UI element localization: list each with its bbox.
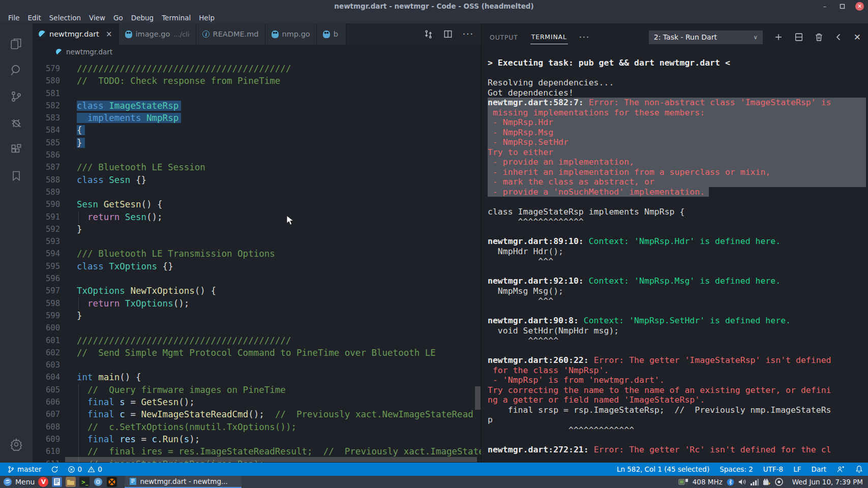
code-line-583[interactable]: 583 implements NmpRsp bbox=[33, 112, 481, 124]
code-line-587[interactable]: 587/// Bluetooth LE Session bbox=[33, 161, 481, 173]
menu-go[interactable]: Go bbox=[109, 13, 127, 23]
code-line-608[interactable]: 608 // c.SetTxOptions(nmutil.TxOptions()… bbox=[33, 421, 481, 433]
tab-terminal[interactable]: TERMINAL bbox=[530, 30, 568, 44]
code-line-599[interactable]: 599} bbox=[33, 310, 481, 322]
chromium-icon[interactable] bbox=[93, 477, 103, 487]
cpu-frequency[interactable]: 408 MHz bbox=[693, 478, 723, 486]
code-line-607[interactable]: 607 final c = NewImageStateReadCmd(); //… bbox=[33, 408, 481, 420]
editor-tab-image.go[interactable]: image.go .../cli bbox=[119, 23, 196, 45]
code-line-586[interactable]: 586 bbox=[33, 149, 481, 161]
breadcrumb[interactable]: newtmgr.dart bbox=[33, 45, 481, 59]
new-terminal-icon[interactable] bbox=[774, 33, 783, 42]
taskbar-window-button[interactable]: newtmgr.dart - newtmg... bbox=[125, 476, 242, 488]
menu-view[interactable]: View bbox=[85, 13, 109, 23]
code-line-594[interactable]: 594/// Bluetooth LE Transmission Options bbox=[33, 248, 481, 260]
code-line-605[interactable]: 605 // Query firmware images on PineTime bbox=[33, 384, 481, 396]
horizontal-scrollbar[interactable] bbox=[65, 457, 477, 462]
terminal-output[interactable]: > Executing task: pub get && dart newtmg… bbox=[482, 51, 868, 463]
code-line-584[interactable]: 584{ bbox=[33, 124, 481, 136]
menu-debug[interactable]: Debug bbox=[127, 13, 158, 23]
debug-icon[interactable] bbox=[4, 110, 28, 136]
editor-tab-newtmgr.dart[interactable]: newtmgr.dart× bbox=[33, 23, 119, 45]
code-line-581[interactable]: 581 bbox=[33, 87, 481, 100]
battery-plug-icon[interactable] bbox=[763, 478, 771, 486]
eol-setting[interactable]: LF bbox=[793, 465, 801, 473]
code-line-582[interactable]: 582class ImageStateRsp bbox=[33, 100, 481, 112]
feedback-icon[interactable] bbox=[836, 466, 845, 473]
kill-terminal-icon[interactable] bbox=[815, 33, 823, 42]
code-line-592[interactable]: 592} bbox=[33, 223, 481, 235]
tab-output[interactable]: OUTPUT bbox=[489, 30, 519, 44]
clock[interactable]: Wed Jun 10, 7:39 PM bbox=[792, 478, 863, 486]
code-line-590[interactable]: 590Sesn GetSesn() { bbox=[33, 198, 481, 210]
more-actions-icon[interactable]: ··· bbox=[463, 29, 474, 39]
close-button[interactable]: ✕ bbox=[855, 2, 864, 11]
settings-gear-icon[interactable] bbox=[4, 431, 28, 458]
games-app-icon[interactable] bbox=[107, 477, 117, 487]
editor-tab-README.md[interactable]: README.md bbox=[196, 23, 265, 45]
line-content bbox=[60, 235, 481, 248]
bookmarks-icon[interactable] bbox=[4, 163, 28, 189]
code-line-604[interactable]: 604int main() { bbox=[33, 371, 481, 383]
problems-button[interactable]: 0 0 bbox=[68, 465, 102, 473]
cpu-frequency-icon[interactable] bbox=[678, 478, 689, 485]
terminal-emulator-icon[interactable]: >_ bbox=[79, 477, 89, 487]
code-editor[interactable]: 579/////////////////////////////////////… bbox=[33, 59, 481, 463]
editor-tab-nmp.go[interactable]: nmp.go bbox=[265, 23, 317, 45]
extensions-icon[interactable] bbox=[4, 136, 28, 163]
indentation-setting[interactable]: Spaces: 2 bbox=[720, 465, 753, 473]
maximize-button[interactable] bbox=[838, 2, 846, 10]
text-editor-icon[interactable] bbox=[52, 477, 62, 487]
code-line-580[interactable]: 580// TODO: Check response from PineTime bbox=[33, 75, 481, 87]
split-editor-icon[interactable] bbox=[443, 29, 453, 39]
editor-tab-b[interactable]: b bbox=[317, 23, 346, 45]
code-line-595[interactable]: 595class TxOptions {} bbox=[33, 260, 481, 272]
recorder-icon[interactable] bbox=[775, 478, 783, 486]
close-tab-icon[interactable]: × bbox=[106, 29, 112, 39]
bluetooth-icon[interactable] bbox=[727, 478, 734, 486]
code-line-579[interactable]: 579/////////////////////////////////////… bbox=[33, 63, 481, 75]
split-terminal-icon[interactable] bbox=[794, 33, 803, 42]
menu-selection[interactable]: Selection bbox=[45, 13, 85, 23]
notifications-bell-icon[interactable] bbox=[855, 465, 863, 473]
volume-icon[interactable] bbox=[738, 478, 746, 485]
code-line-606[interactable]: 606 final s = GetSesn(); bbox=[33, 396, 481, 408]
encoding-setting[interactable]: UTF-8 bbox=[763, 465, 783, 473]
menu-edit[interactable]: Edit bbox=[24, 13, 45, 23]
code-line-602[interactable]: 602// Send Simple Mgmt Protocol Command … bbox=[33, 347, 481, 359]
file-manager-icon[interactable] bbox=[66, 477, 76, 487]
vertical-scrollbar[interactable] bbox=[475, 386, 481, 410]
chevron-left-icon[interactable] bbox=[834, 33, 843, 41]
code-line-591[interactable]: 591 return Sesn(); bbox=[33, 211, 481, 223]
source-control-icon[interactable] bbox=[4, 83, 28, 110]
panel-more-icon[interactable]: ··· bbox=[579, 33, 590, 42]
code-line-585[interactable]: 585} bbox=[33, 137, 481, 149]
menu-help[interactable]: Help bbox=[195, 13, 219, 23]
code-line-609[interactable]: 609 final res = c.Run(s); bbox=[33, 433, 481, 445]
code-line-589[interactable]: 589 bbox=[33, 186, 481, 198]
code-line-600[interactable]: 600 bbox=[33, 322, 481, 334]
explorer-icon[interactable] bbox=[4, 30, 28, 57]
terminal-select[interactable]: 2: Task - Run Dart ∨ bbox=[649, 30, 763, 44]
code-line-598[interactable]: 598 return TxOptions(); bbox=[33, 297, 481, 310]
applications-menu-button[interactable]: Menu bbox=[3, 477, 35, 486]
code-line-596[interactable]: 596 bbox=[33, 272, 481, 285]
code-line-588[interactable]: 588class Sesn {} bbox=[33, 174, 481, 186]
close-panel-icon[interactable]: ✕ bbox=[854, 32, 861, 42]
search-icon[interactable] bbox=[4, 57, 28, 83]
code-line-597[interactable]: 597TxOptions NewTxOptions() { bbox=[33, 285, 481, 297]
sync-button[interactable] bbox=[51, 466, 58, 473]
language-mode[interactable]: Dart bbox=[811, 465, 826, 473]
menu-terminal[interactable]: Terminal bbox=[158, 13, 195, 23]
open-changes-icon[interactable] bbox=[424, 29, 433, 39]
menu-file[interactable]: File bbox=[4, 13, 24, 23]
git-branch-button[interactable]: master bbox=[7, 465, 42, 473]
code-line-603[interactable]: 603 bbox=[33, 359, 481, 371]
code-line-593[interactable]: 593 bbox=[33, 235, 481, 248]
code-line-601[interactable]: 601/////////////////////////////////////… bbox=[33, 334, 481, 347]
cursor-position[interactable]: Ln 582, Col 1 (45 selected) bbox=[617, 465, 709, 473]
code-line-610[interactable]: 610 // final ires = res.ImageStateReadRe… bbox=[33, 445, 481, 458]
network-signal-icon[interactable] bbox=[751, 479, 759, 485]
minimize-button[interactable]: – bbox=[821, 2, 829, 10]
vivaldi-icon[interactable]: V bbox=[38, 477, 48, 487]
